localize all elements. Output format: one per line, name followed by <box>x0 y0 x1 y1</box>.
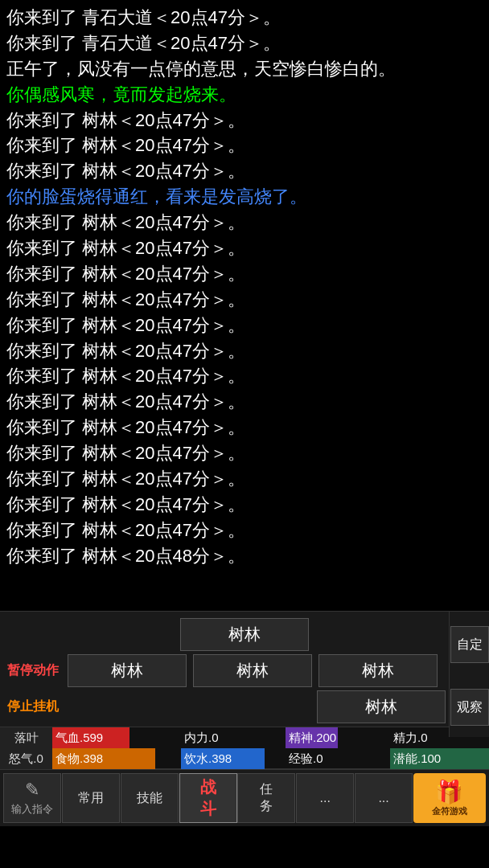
status-bar: 落叶 气血.599 内力.0 精神.200 精力.0 怒气.0 食物.398 <box>0 727 489 768</box>
jingli-bar: 精力.0 <box>390 727 489 748</box>
top-center-action-btn[interactable]: 树林 <box>180 618 309 651</box>
jingyan-bar: 经验.0 <box>286 748 390 769</box>
log-line: 你来到了 青石大道＜20点47分＞。 <box>6 5 483 31</box>
neili-label: 内力.0 <box>181 731 222 746</box>
log-line: 你来到了 树林＜20点47分＞。 <box>6 313 483 338</box>
log-line: 你来到了 树林＜20点47分＞。 <box>6 287 483 313</box>
log-line: 你来到了 树林＜20点47分＞。 <box>6 363 483 389</box>
yinshui-bar: 饮水.398 <box>181 748 286 769</box>
observe-btn[interactable]: 观察 <box>450 689 489 726</box>
combat-btn[interactable]: 战 斗 <box>179 773 237 823</box>
jingshen-label: 精神.200 <box>286 731 339 746</box>
pause-label: 暂停动作 <box>0 662 64 679</box>
combat-label-line2: 斗 <box>200 798 216 820</box>
quest-label-line1: 任 <box>260 781 273 798</box>
skills-btn[interactable]: 技能 <box>121 773 179 823</box>
log-line: 你来到了 树林＜20点47分＞。 <box>6 389 483 415</box>
log-line: 你来到了 树林＜20点47分＞。 <box>6 133 483 158</box>
bottom-center-action-btn[interactable]: 树林 <box>317 690 446 723</box>
log-line: 你偶感风寒，竟而发起烧来。 <box>6 82 483 108</box>
log-line: 你来到了 树林＜20点47分＞。 <box>6 338 483 364</box>
action-panel: 树林 自定 观察 暂停动作 树林 树林 树林 停止挂机 树林 <box>0 611 489 727</box>
input-label: 输入指令 <box>11 802 53 817</box>
neili-bar: 内力.0 <box>181 727 286 748</box>
shiwu-label: 食物.398 <box>52 751 106 767</box>
log-line: 你来到了 树林＜20点48分＞。 <box>6 543 483 569</box>
jingshen-bar: 精神.200 <box>286 727 390 748</box>
more-btn1[interactable]: ... <box>296 773 354 823</box>
location-label: 落叶 <box>0 727 52 748</box>
log-line: 你来到了 树林＜20点47分＞。 <box>6 518 483 543</box>
stop-label: 停止挂机 <box>0 698 64 715</box>
qianneng-bar: 潜能.100 <box>390 748 489 769</box>
mid-btn1[interactable]: 树林 <box>68 654 187 687</box>
log-line: 你来到了 树林＜20点47分＞。 <box>6 415 483 440</box>
jingli-label: 精力.0 <box>390 731 431 746</box>
yinshui-label: 饮水.398 <box>181 751 235 767</box>
log-line: 你来到了 树林＜20点47分＞。 <box>6 158 483 184</box>
jingyan-label: 经验.0 <box>286 751 327 767</box>
logo[interactable]: 🎁 金符游戏 <box>413 773 486 823</box>
hp-label: 气血.599 <box>52 731 106 746</box>
skills-label: 技能 <box>137 790 162 807</box>
mid-btn2[interactable]: 树林 <box>193 654 312 687</box>
logo-text: 金符游戏 <box>432 805 467 817</box>
combat-label-line1: 战 <box>200 776 216 798</box>
qianneng-label: 潜能.100 <box>390 751 444 767</box>
shiwu-bar: 食物.398 <box>52 748 181 769</box>
bottom-nav: ✎ 输入指令 常用 技能 战 斗 任 务 ... ... 🎁 金符游戏 <box>0 768 489 826</box>
log-line: 你来到了 树林＜20点47分＞。 <box>6 108 483 133</box>
more-btn2[interactable]: ... <box>355 773 413 823</box>
log-line: 你来到了 树林＜20点47分＞。 <box>6 466 483 492</box>
log-line: 正午了，风没有一点停的意思，天空惨白惨白的。 <box>6 56 483 82</box>
log-line: 你的脸蛋烧得通红，看来是发高烧了。 <box>6 184 483 210</box>
hp-bar: 气血.599 <box>52 727 181 748</box>
log-line: 你来到了 树林＜20点47分＞。 <box>6 492 483 518</box>
log-line: 你来到了 树林＜20点47分＞。 <box>6 210 483 235</box>
mid-btn3[interactable]: 树林 <box>318 654 438 687</box>
nuqi-label: 怒气.0 <box>0 748 52 769</box>
quest-label-line2: 务 <box>260 798 273 815</box>
log-line: 你来到了 树林＜20点47分＞。 <box>6 261 483 287</box>
log-line: 你来到了 青石大道＜20点47分＞。 <box>6 31 483 56</box>
input-btn[interactable]: ✎ 输入指令 <box>3 773 61 823</box>
common-label: 常用 <box>78 790 104 807</box>
input-icon: ✎ <box>25 780 39 800</box>
game-log: 你来到了 青石大道＜20点47分＞。你来到了 青石大道＜20点47分＞。正午了，… <box>0 0 489 611</box>
log-line: 你来到了 树林＜20点47分＞。 <box>6 235 483 261</box>
customize-btn[interactable]: 自定 <box>450 626 489 663</box>
log-line: 你来到了 树林＜20点47分＞。 <box>6 440 483 466</box>
logo-icon: 🎁 <box>435 779 463 805</box>
common-btn[interactable]: 常用 <box>62 773 120 823</box>
quest-btn[interactable]: 任 务 <box>237 773 295 823</box>
